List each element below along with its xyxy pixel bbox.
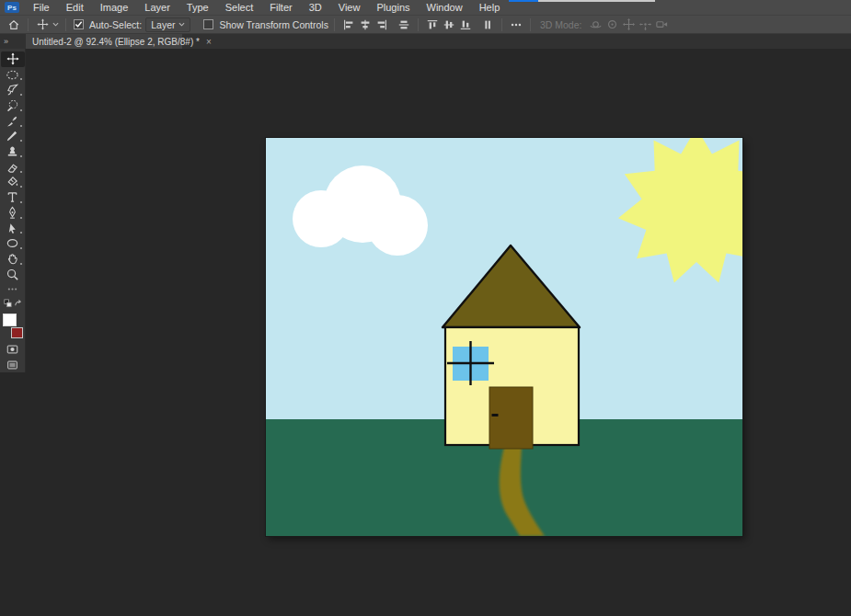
house-door — [489, 387, 533, 449]
menu-filter[interactable]: Filter — [261, 0, 300, 15]
distribute-vertical-centers-icon[interactable] — [396, 17, 412, 33]
menu-help[interactable]: Help — [471, 0, 509, 15]
distribute-top-edges-icon[interactable] — [424, 17, 441, 33]
menu-edit[interactable]: Edit — [58, 0, 92, 15]
tools-panel — [0, 49, 26, 372]
divider — [501, 18, 502, 31]
divider — [334, 18, 335, 31]
show-transform-checkbox[interactable] — [203, 19, 213, 29]
menu-3d[interactable]: 3D — [301, 0, 330, 15]
document-canvas[interactable] — [266, 138, 742, 536]
3d-dolly-camera-icon — [653, 17, 670, 33]
ellipse-shape-tool[interactable] — [1, 235, 25, 251]
menu-layer[interactable]: Layer — [136, 0, 178, 15]
path-selection-tool[interactable] — [1, 221, 25, 236]
menu-select[interactable]: Select — [217, 0, 262, 15]
divider — [530, 18, 531, 31]
document-tab-bar: » Untitled-2 @ 92.4% (Ellipse 2, RGB/8#)… — [0, 34, 851, 49]
show-transform-label: Show Transform Controls — [219, 19, 328, 30]
quick-selection-tool[interactable] — [1, 97, 25, 113]
align-left-edges-icon[interactable] — [340, 17, 357, 33]
quick-mask-mode-icon[interactable] — [1, 342, 25, 358]
elliptical-marquee-tool[interactable] — [1, 67, 25, 83]
menu-bar: Ps File Edit Image Layer Type Select Fil… — [0, 0, 851, 15]
pen-tool[interactable] — [1, 205, 25, 221]
menu-type[interactable]: Type — [178, 0, 217, 15]
photoshop-logo-icon: Ps — [5, 2, 19, 13]
photoshop-window: Ps File Edit Image Layer Type Select Fil… — [0, 0, 851, 616]
artwork — [266, 138, 742, 536]
menu-image[interactable]: Image — [92, 0, 137, 15]
auto-select-control[interactable]: Auto-Select: — [72, 19, 142, 30]
default-and-swap-colors-icon[interactable] — [1, 297, 25, 309]
options-bar: Auto-Select: Layer Show Transform Contro… — [0, 15, 851, 34]
align-right-edges-icon[interactable] — [374, 17, 390, 33]
brush-tool[interactable] — [1, 129, 25, 144]
title-light-line — [538, 0, 655, 2]
align-horizontal-centers-icon[interactable] — [357, 17, 374, 33]
polygonal-lasso-tool[interactable] — [1, 82, 25, 97]
3d-roll-icon — [604, 17, 620, 33]
chevron-down-icon[interactable] — [51, 17, 60, 33]
door-handle — [492, 414, 499, 416]
panel-collapse-chevrons[interactable]: » — [0, 34, 26, 49]
auto-select-checkbox[interactable] — [74, 19, 84, 29]
divider — [65, 18, 66, 31]
menu-view[interactable]: View — [330, 0, 369, 15]
hand-tool[interactable] — [1, 251, 25, 267]
move-tool-preset-icon[interactable] — [34, 17, 51, 33]
3d-pan-icon — [620, 17, 637, 33]
distribute-horizontally-icon[interactable] — [479, 17, 496, 33]
3d-mode-label: 3D Mode: — [540, 19, 582, 30]
divider — [418, 18, 419, 31]
show-transform-control[interactable]: Show Transform Controls — [201, 19, 328, 30]
paint-bucket-tool[interactable] — [1, 175, 25, 190]
type-tool[interactable] — [1, 189, 25, 205]
document-tab-title: Untitled-2 @ 92.4% (Ellipse 2, RGB/8#) * — [32, 37, 200, 47]
zoom-tool[interactable] — [1, 267, 25, 282]
menu-window[interactable]: Window — [419, 0, 471, 15]
more-options-icon[interactable] — [508, 17, 524, 33]
screen-mode-icon[interactable] — [1, 357, 25, 372]
move-tool[interactable] — [1, 51, 25, 67]
auto-select-target-dropdown[interactable]: Layer — [145, 17, 190, 32]
eyedropper-tool[interactable] — [1, 113, 25, 129]
auto-select-target-value: Layer — [151, 19, 175, 30]
clone-stamp-tool[interactable] — [1, 143, 25, 159]
distribute-bottom-edges-icon[interactable] — [457, 17, 474, 33]
distribute-vertical-centers-2-icon[interactable] — [441, 17, 457, 33]
home-icon[interactable] — [6, 17, 22, 33]
document-tab[interactable]: Untitled-2 @ 92.4% (Ellipse 2, RGB/8#) *… — [26, 34, 182, 49]
menu-file[interactable]: File — [25, 0, 58, 15]
color-swatches[interactable] — [2, 312, 24, 338]
3d-orbit-icon — [587, 17, 604, 33]
title-accent-line — [509, 0, 538, 2]
eraser-tool[interactable] — [1, 159, 25, 175]
tab-close-icon[interactable]: × — [206, 37, 212, 47]
divider — [28, 18, 29, 31]
background-color-swatch[interactable] — [11, 327, 23, 338]
menu-plugins[interactable]: Plugins — [368, 0, 418, 15]
3d-slide-icon — [637, 17, 653, 33]
auto-select-label: Auto-Select: — [89, 19, 142, 30]
foreground-color-swatch[interactable] — [3, 314, 17, 326]
edit-toolbar-icon[interactable] — [1, 282, 25, 298]
